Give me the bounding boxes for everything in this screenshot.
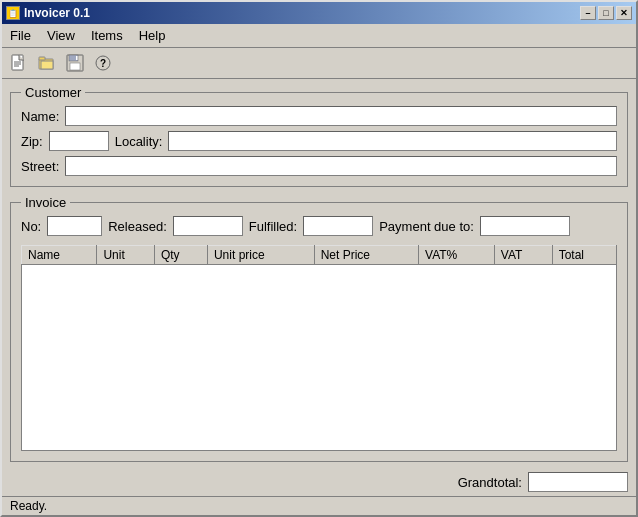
zip-label: Zip: xyxy=(21,134,43,149)
invoice-legend: Invoice xyxy=(21,195,70,210)
col-name: Name xyxy=(22,246,97,265)
menu-items[interactable]: Items xyxy=(83,26,131,45)
svg-rect-10 xyxy=(76,56,78,60)
customer-group: Customer Name: Zip: Locality: Street: xyxy=(10,85,628,187)
locality-label: Locality: xyxy=(115,134,163,149)
col-total: Total xyxy=(552,246,616,265)
col-net-price: Net Price xyxy=(314,246,418,265)
released-label: Released: xyxy=(108,219,167,234)
menu-view[interactable]: View xyxy=(39,26,83,45)
table-header: Name Unit Qty Unit price Net Price VAT% … xyxy=(22,246,617,265)
minimize-button[interactable]: – xyxy=(580,6,596,20)
locality-input[interactable] xyxy=(168,131,617,151)
col-vat: VAT xyxy=(494,246,552,265)
col-qty: Qty xyxy=(154,246,207,265)
new-button[interactable] xyxy=(6,51,32,75)
app-icon: 📋 xyxy=(6,6,20,20)
fulfilled-label: Fulfilled: xyxy=(249,219,297,234)
grandtotal-label: Grandtotal: xyxy=(458,475,522,490)
street-label: Street: xyxy=(21,159,59,174)
help-icon: ? xyxy=(94,54,112,72)
table-header-row: Name Unit Qty Unit price Net Price VAT% … xyxy=(22,246,617,265)
main-content: Customer Name: Zip: Locality: Street: In… xyxy=(2,79,636,468)
close-button[interactable]: ✕ xyxy=(616,6,632,20)
customer-zip-row: Zip: Locality: xyxy=(21,131,617,151)
menu-help[interactable]: Help xyxy=(131,26,174,45)
invoice-section: Invoice No: Released: Fulfilled: Payment… xyxy=(10,195,628,462)
no-label: No: xyxy=(21,219,41,234)
col-unit: Unit xyxy=(97,246,155,265)
window-title: Invoicer 0.1 xyxy=(24,6,90,20)
title-bar: 📋 Invoicer 0.1 – □ ✕ xyxy=(2,2,636,24)
no-input[interactable] xyxy=(47,216,102,236)
maximize-button[interactable]: □ xyxy=(598,6,614,20)
customer-legend: Customer xyxy=(21,85,85,100)
col-unit-price: Unit price xyxy=(207,246,314,265)
open-button[interactable] xyxy=(34,51,60,75)
main-window: 📋 Invoicer 0.1 – □ ✕ File View Items Hel… xyxy=(0,0,638,517)
toolbar: ? xyxy=(2,48,636,79)
status-text: Ready. xyxy=(10,499,47,513)
status-bar: Ready. xyxy=(2,496,636,515)
menu-file[interactable]: File xyxy=(2,26,39,45)
zip-input[interactable] xyxy=(49,131,109,151)
grandtotal-bar: Grandtotal: xyxy=(2,468,636,496)
name-input[interactable] xyxy=(65,106,617,126)
new-icon xyxy=(10,54,28,72)
customer-street-row: Street: xyxy=(21,156,617,176)
invoice-group: Invoice No: Released: Fulfilled: Payment… xyxy=(10,195,628,462)
svg-text:?: ? xyxy=(100,58,106,69)
svg-rect-6 xyxy=(41,61,53,69)
open-icon xyxy=(38,54,56,72)
window-controls: – □ ✕ xyxy=(580,6,632,20)
col-vat-pct: VAT% xyxy=(419,246,495,265)
svg-rect-9 xyxy=(70,63,80,70)
help-button[interactable]: ? xyxy=(90,51,116,75)
svg-rect-5 xyxy=(39,57,45,60)
table-empty-area xyxy=(21,265,617,451)
grandtotal-input[interactable] xyxy=(528,472,628,492)
items-table: Name Unit Qty Unit price Net Price VAT% … xyxy=(21,245,617,265)
name-label: Name: xyxy=(21,109,59,124)
items-table-area: Name Unit Qty Unit price Net Price VAT% … xyxy=(21,241,617,451)
invoice-details-row: No: Released: Fulfilled: Payment due to: xyxy=(21,216,617,236)
payment-label: Payment due to: xyxy=(379,219,474,234)
fulfilled-input[interactable] xyxy=(303,216,373,236)
released-input[interactable] xyxy=(173,216,243,236)
save-icon xyxy=(66,54,84,72)
payment-input[interactable] xyxy=(480,216,570,236)
save-button[interactable] xyxy=(62,51,88,75)
street-input[interactable] xyxy=(65,156,617,176)
customer-name-row: Name: xyxy=(21,106,617,126)
menu-bar: File View Items Help xyxy=(2,24,636,48)
